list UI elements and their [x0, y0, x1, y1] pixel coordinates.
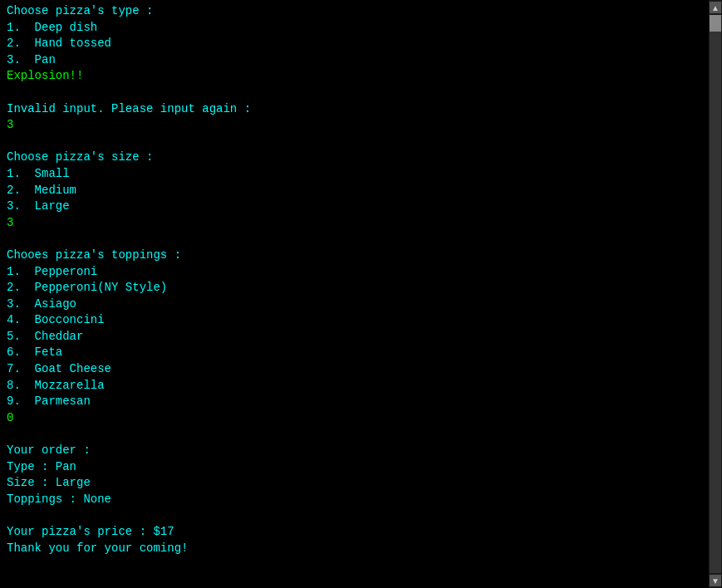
scroll-up-button[interactable]: ▲ — [710, 2, 721, 13]
terminal-output: Choose pizza's type : 1. Deep dish 2. Ha… — [0, 0, 709, 588]
scroll-track[interactable] — [710, 15, 721, 573]
scrollbar[interactable]: ▲ ▼ — [709, 0, 722, 588]
scroll-down-button[interactable]: ▼ — [710, 575, 721, 586]
scroll-thumb[interactable] — [710, 15, 721, 32]
